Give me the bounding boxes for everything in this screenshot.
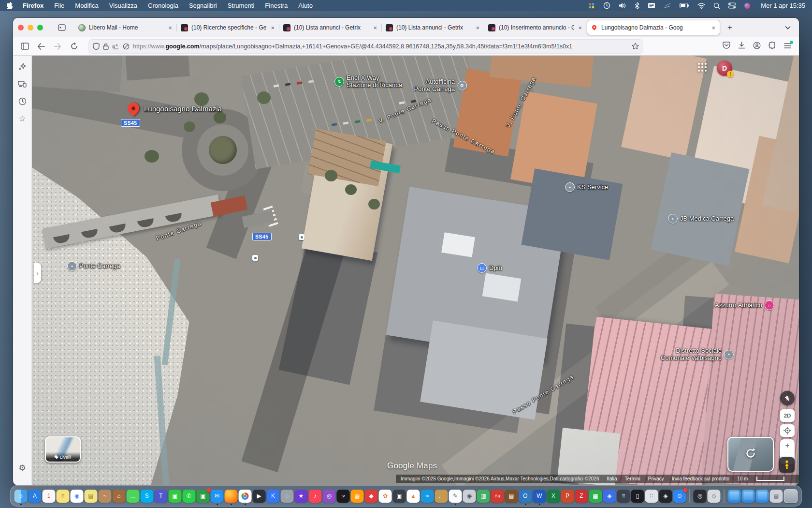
tab-close-icon[interactable]: ×	[372, 24, 378, 31]
firefox-view-icon[interactable]	[56, 21, 68, 34]
menu-icon[interactable]	[784, 42, 791, 51]
dpiu-store[interactable]: ⊔Dpiù	[477, 263, 502, 273]
dock-item-activity-monitor[interactable]: ~	[99, 490, 112, 503]
control-center-icon[interactable]	[728, 2, 736, 9]
menu-cronologia[interactable]: Cronologia	[148, 2, 178, 9]
menu-visualizza[interactable]: Visualizza	[109, 2, 137, 9]
compass-icon[interactable]	[780, 391, 795, 405]
dock-item-preview-app[interactable]: ◌	[281, 490, 294, 503]
dock-item-music[interactable]: ♪	[309, 490, 322, 503]
dock-item-onedrive[interactable]: ≈	[421, 490, 434, 503]
transit-stop-icon[interactable]	[299, 234, 304, 240]
tab-close-icon[interactable]: ×	[577, 24, 583, 31]
menu-modifica[interactable]: Modifica	[75, 2, 98, 9]
dock-item-app-store[interactable]: A	[29, 490, 42, 503]
autofficina-ponte-carrega[interactable]: ⚙AutofficinaPonte Carrega	[414, 78, 467, 93]
attribution-link[interactable]: Italia	[607, 476, 617, 481]
url-text[interactable]: https://www.google.com/maps/place/Lungob…	[133, 43, 632, 50]
ponte-carrega-poi[interactable]: •Ponte Carrega	[67, 261, 120, 271]
ai-chat-icon[interactable]	[15, 60, 29, 73]
list-tabs-icon[interactable]	[782, 21, 794, 34]
tab-6[interactable]: Lungobisagno Dalmazia - Goog×	[587, 20, 720, 35]
azzurro-adriatico[interactable]: ⌂Azzurro Adriatico	[715, 300, 774, 310]
dock-item-skype[interactable]: S	[141, 490, 154, 503]
bookmarks-icon[interactable]: ☆	[15, 112, 29, 125]
dock-item-textedit[interactable]: ✎	[449, 490, 462, 503]
tab-close-icon[interactable]: ×	[167, 24, 173, 31]
menu-finestra[interactable]: Finestra	[265, 2, 288, 9]
dock-item-pocket-app[interactable]: ◆	[365, 490, 378, 503]
pocket-icon[interactable]	[723, 42, 730, 51]
permission-icon[interactable]	[123, 43, 130, 50]
dock-item-folder-documents[interactable]	[742, 490, 755, 503]
dock-item-photos[interactable]: ✿	[379, 490, 392, 503]
dock-item-vlc[interactable]: ▲	[407, 490, 420, 503]
wifi-icon[interactable]	[697, 3, 705, 9]
dock-item-powerpoint[interactable]: P	[561, 490, 574, 503]
attribution-link[interactable]: Privacy	[648, 476, 664, 481]
account-icon[interactable]	[753, 42, 761, 51]
dock-item-launchpad[interactable]: ∷	[645, 490, 658, 503]
siri-icon[interactable]	[744, 2, 751, 9]
2d-view-button[interactable]: 2D	[780, 409, 795, 422]
rotate-view-minimap[interactable]	[727, 437, 774, 472]
dock-item-chrome[interactable]	[239, 490, 252, 503]
synced-tabs-icon[interactable]	[15, 77, 29, 90]
dock-item-openoffice[interactable]: O	[519, 490, 532, 503]
dock-item-word[interactable]: W	[533, 490, 546, 503]
dock-item-video-player[interactable]: ▶	[253, 490, 266, 503]
time-machine-icon[interactable]	[603, 2, 610, 9]
input-source-icon[interactable]	[648, 2, 655, 9]
sidebar-toggle-icon[interactable]	[18, 40, 31, 53]
attribution-link[interactable]: Invia feedback sul prodotto	[672, 476, 730, 481]
new-tab-button[interactable]: +	[724, 21, 736, 34]
google-apps-grid-icon[interactable]	[697, 62, 707, 74]
dock-item-folder-projects[interactable]	[728, 490, 741, 503]
dock-item-trash[interactable]	[784, 489, 798, 503]
dock-item-apple-tv[interactable]: tv	[337, 490, 350, 503]
dock-item-iphone-mirroring[interactable]: ▯	[631, 490, 644, 503]
dock-item-stickies[interactable]: ▤	[85, 490, 98, 503]
dock-item-teams[interactable]: T	[155, 490, 168, 503]
dock-item-notes[interactable]: ≡	[57, 490, 70, 503]
tab-2[interactable]: (10) Ricerche specifiche - Getrix×	[177, 20, 279, 35]
transit-stop-icon[interactable]	[252, 255, 258, 261]
menu-file[interactable]: File	[54, 2, 64, 9]
dock-item-mail[interactable]: ✉	[211, 490, 224, 503]
menu-firefox[interactable]: Firefox	[23, 2, 44, 9]
enel-x-way[interactable]: ↯Enel X WayStazione di Ricarica	[334, 75, 402, 89]
translate-icon[interactable]: aA	[112, 43, 119, 49]
display-icon[interactable]	[664, 3, 671, 9]
spotlight-icon[interactable]	[713, 2, 720, 9]
dock-item-zotero[interactable]: Z	[575, 490, 588, 503]
jb-medica-carrega[interactable]: •JB Medica Carrega	[668, 214, 734, 224]
dock-item-stack-documents[interactable]: ▤	[770, 490, 783, 503]
tab-4[interactable]: (10) Lista annunci - Getrix×	[382, 20, 484, 35]
dock-item-library-app[interactable]: ▤	[505, 490, 518, 503]
apple-menu-icon[interactable]	[7, 2, 13, 9]
grid-app-icon[interactable]	[588, 2, 595, 9]
dock-item-bag-app[interactable]: ⌂	[113, 490, 126, 503]
dock-item-keynote[interactable]: K	[267, 490, 280, 503]
extensions-icon[interactable]	[768, 42, 776, 51]
layers-control[interactable]: Livelli	[45, 436, 81, 463]
dock-item-camera-app[interactable]: ▣	[197, 490, 210, 503]
account-avatar[interactable]: D !	[717, 60, 732, 76]
dock-item-books[interactable]: ▤	[351, 490, 364, 503]
zoom-button[interactable]	[37, 25, 43, 30]
dock-item-folder-downloads[interactable]	[756, 490, 769, 503]
dock-item-podcasts[interactable]: ◎	[323, 490, 336, 503]
menu-clock[interactable]: Mer 1 apr 15:35	[761, 2, 805, 9]
lungobisagno-dalmazia-pin[interactable]: Lungobisagno Dalmazia	[128, 103, 222, 114]
minimize-button[interactable]	[28, 25, 33, 30]
dock-item-firefox[interactable]	[225, 490, 238, 503]
dock-item-unarchiver[interactable]: ▥	[477, 490, 490, 503]
attribution-link[interactable]: Termini	[625, 476, 640, 481]
menu-strumenti[interactable]: Strumenti	[228, 2, 255, 9]
dock-item-utility-app[interactable]: ◎	[694, 490, 707, 503]
dock-item-dvd-player[interactable]: ◉	[463, 490, 476, 503]
dock-item-anki[interactable]: ◈	[603, 490, 616, 503]
forward-icon[interactable]	[51, 40, 64, 53]
volume-icon[interactable]	[619, 2, 626, 9]
dock-item-whatsapp[interactable]: ✆	[183, 490, 196, 503]
